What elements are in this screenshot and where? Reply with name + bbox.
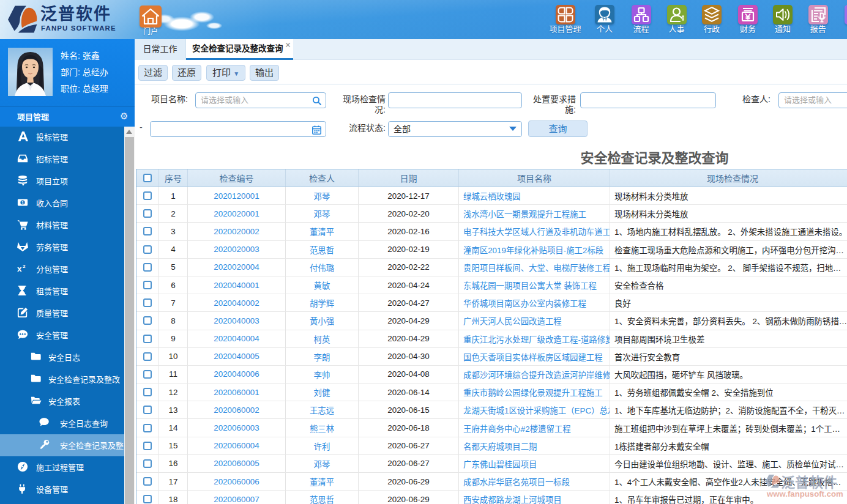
svg-text:1: 1 — [21, 200, 24, 206]
svg-text:2: 2 — [23, 264, 26, 269]
svg-text:x: x — [17, 264, 22, 273]
svg-text:www.fanpusoft.com: www.fanpusoft.com — [766, 489, 843, 498]
svg-text:泛普软件: 泛普软件 — [781, 475, 837, 491]
